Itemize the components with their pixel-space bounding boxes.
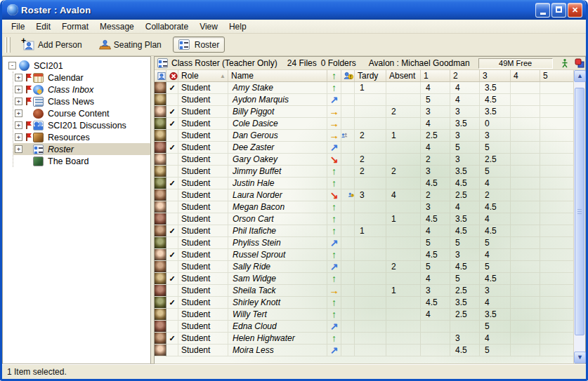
toolbar-grip[interactable] [5, 37, 7, 53]
expand-icon[interactable]: + [15, 121, 22, 129]
menu-item-0[interactable]: File [6, 20, 30, 33]
table-row-2[interactable]: ✓ Student Billy Piggot ! 2 3 3 [155, 106, 573, 118]
table-row-22[interactable]: Student Moira Less ! 4.5 5 [155, 345, 573, 356]
table-row-13[interactable]: Student Phyliss Stein ! 5 5 5 [155, 237, 573, 249]
tree-item-7[interactable]: + The Board [13, 155, 150, 167]
table-row-15[interactable]: Student Sally Ride ! 2 5 4.5 5 [155, 261, 573, 273]
table-row-5[interactable]: ✓ Student Dee Zaster ! 4 5 [155, 142, 573, 154]
grade-column-header-2[interactable]: 2 [450, 70, 480, 81]
name-cell: Justin Hale [228, 178, 327, 189]
expand-icon[interactable]: + [15, 86, 22, 93]
person-status-icon[interactable] [560, 58, 570, 68]
grade-3-cell: 2.5 [480, 154, 511, 166]
expand-icon[interactable]: + [15, 74, 22, 81]
scroll-down-arrow-icon[interactable]: ▼ [574, 352, 586, 363]
menu-item-4[interactable]: Collaborate [140, 20, 194, 33]
grade-column-header-1[interactable]: 1 [421, 70, 450, 81]
name-cell: Amy Stake [228, 82, 327, 94]
table-row-6[interactable]: Student Gary Oakey ! 2 2 3 2.5 [155, 154, 573, 166]
expand-icon[interactable]: + [15, 109, 22, 117]
alert-column-header[interactable]: ! [341, 70, 355, 81]
table-row-3[interactable]: ✓ Student Cole Dasice ! 4 3.5 [155, 118, 573, 130]
collapse-icon[interactable]: - [8, 62, 16, 69]
table-row-7[interactable]: Student Jimmy Buffet ! 2 2 3 3.5 [155, 166, 573, 178]
vertical-scrollbar[interactable]: ▲ ▼ [573, 70, 585, 363]
table-row-1[interactable]: Student Aydon Marquis ! 5 4 4. [155, 94, 573, 106]
absent-cell: 2 [386, 106, 421, 118]
expand-icon[interactable]: + [15, 145, 22, 153]
table-row-9[interactable]: Student Laura Norder ! 3 4 2 2.5 [155, 189, 573, 201]
table-row-20[interactable]: Student Edna Cloud ! 5 [155, 321, 573, 333]
blocked-column-header[interactable] [166, 70, 178, 81]
table-row-19[interactable]: Student Willy Tert ! 4 2.5 3.5 [155, 309, 573, 321]
title-bar[interactable]: Roster : Avalon ✕ [2, 0, 586, 20]
close-button[interactable]: ✕ [568, 3, 582, 18]
grade-1-cell [421, 333, 450, 345]
grade-1-cell: 4 [421, 82, 450, 94]
tree-item-4[interactable]: + SCI201 Discussions [13, 119, 150, 131]
tree-item-3[interactable]: + Course Content [13, 107, 150, 119]
checked-cell [166, 321, 178, 333]
checked-cell: ✓ [166, 273, 178, 285]
shapes-icon[interactable] [575, 58, 584, 68]
tree-item-6[interactable]: + Roster [13, 143, 150, 155]
menu-item-3[interactable]: Message [94, 20, 140, 33]
role-cell: Student [178, 249, 228, 261]
trend-cell [327, 213, 341, 225]
scroll-up-arrow-icon[interactable]: ▲ [574, 70, 586, 82]
table-row-11[interactable]: Student Orson Cart ! 1 4.5 3.5 [155, 213, 573, 225]
grade-2-cell: 2.5 [450, 189, 480, 201]
maximize-button[interactable] [551, 3, 566, 18]
menu-item-5[interactable]: View [194, 20, 223, 33]
menu-item-2[interactable]: Format [56, 20, 94, 33]
grade-4-cell [511, 106, 540, 118]
table-row-0[interactable]: ✓ Student Amy Stake ! 1 4 4 [155, 82, 573, 94]
grade-3-cell: 5 [480, 237, 511, 249]
toolbar-grip[interactable] [8, 37, 11, 53]
table-row-10[interactable]: Student Megan Bacon ! 3 4 4.5 [155, 201, 573, 213]
tree-item-5[interactable]: + Resources [13, 131, 150, 143]
roster-button[interactable]: Roster [173, 36, 225, 53]
table-row-12[interactable]: ✓ Student Phil Itafiche ! 1 4 4 [155, 225, 573, 237]
status-text: 1 Item selected. [7, 367, 67, 377]
tree-item-0[interactable]: + Calendar [13, 72, 150, 83]
alert-cell: ! [341, 142, 355, 154]
grade-column-header-4[interactable]: 4 [511, 70, 540, 81]
grade-1-cell: 4.5 [421, 297, 450, 309]
grade-column-header-3[interactable]: 3 [480, 70, 511, 81]
table-row-4[interactable]: Student Dan Gerous ! 2 1 2.5 3 3 [155, 130, 573, 142]
add-person-button[interactable]: + Add Person [18, 36, 88, 53]
scrollbar-thumb[interactable] [575, 88, 584, 335]
grade-2-cell: 5 [450, 273, 480, 285]
table-row-8[interactable]: ✓ Student Justin Hale ! 4.5 4. [155, 178, 573, 189]
table-row-14[interactable]: ✓ Student Russel Sprout ! 4.5 [155, 249, 573, 261]
name-column-header[interactable]: Name [228, 70, 327, 81]
tardy-column-header[interactable]: Tardy [355, 70, 386, 81]
trend-column-header[interactable] [327, 70, 341, 81]
tree-root-sci201[interactable]: - SCI201 [6, 60, 150, 72]
table-row-16[interactable]: ✓ Student Sam Widge ! 4 5 [155, 273, 573, 285]
absent-column-header[interactable]: Absent [386, 70, 421, 81]
minimize-button[interactable] [535, 3, 550, 18]
table-row-17[interactable]: Student Sheila Tack ! 1 3 2.5 3 [155, 285, 573, 297]
table-row-18[interactable]: ✓ Student Shirley Knott ! 4.5 [155, 297, 573, 309]
tree-item-2[interactable]: + Class News [13, 95, 150, 107]
grade-column-header-5[interactable]: 5 [540, 70, 573, 81]
tree-item-label: Roster [46, 145, 76, 154]
table-row-21[interactable]: ✓ Student Helen Highwater ! 3 [155, 333, 573, 345]
menu-item-1[interactable]: Edit [30, 20, 56, 33]
alert-cell: ! [341, 82, 355, 94]
expand-icon[interactable]: + [15, 133, 22, 141]
role-column-header[interactable]: Role ▲ [178, 70, 228, 81]
student-photo [155, 321, 166, 333]
grade-2-cell: 3 [450, 154, 480, 166]
alert-cell: ! [341, 94, 355, 106]
photo-column-header[interactable] [155, 70, 166, 81]
tree-item-1[interactable]: + Class Inbox [13, 83, 150, 95]
grade-2-cell: 4 [450, 94, 480, 106]
grade-4-cell [511, 285, 540, 297]
role-cell: Student [178, 345, 228, 356]
menu-item-6[interactable]: Help [223, 20, 252, 33]
expand-icon[interactable]: + [15, 98, 22, 105]
seating-plan-button[interactable]: Seating Plan [93, 36, 167, 53]
